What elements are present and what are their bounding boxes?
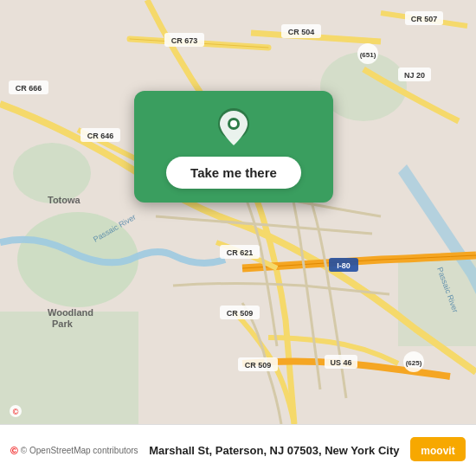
svg-text:©: ©	[13, 408, 19, 416]
bottom-bar-full: © © OpenStreetMap contributors Marshall …	[0, 424, 476, 476]
svg-text:moovit: moovit	[421, 445, 454, 457]
svg-text:US 46: US 46	[330, 358, 351, 367]
popup-card: Take me there	[134, 91, 333, 203]
svg-text:CR 666: CR 666	[16, 84, 42, 93]
take-me-there-button[interactable]: Take me there	[166, 157, 301, 189]
map-container: CR 673 CR 666 CR 504 CR 646 CR 507 NJ 20…	[0, 0, 476, 424]
svg-text:CR 509: CR 509	[245, 361, 272, 370]
moovit-logo-full: moovit	[410, 437, 466, 461]
svg-text:(651): (651)	[360, 51, 376, 59]
svg-text:Park: Park	[52, 318, 74, 329]
svg-text:CR 673: CR 673	[171, 36, 198, 45]
svg-text:CR 621: CR 621	[227, 248, 254, 257]
svg-point-41	[230, 120, 237, 127]
svg-text:(625): (625)	[406, 359, 422, 367]
svg-text:CR 509: CR 509	[227, 309, 254, 318]
moovit-brand: moovit	[410, 437, 466, 465]
address-label: Marshall St, Paterson, NJ 07503, New Yor…	[138, 444, 410, 457]
svg-text:NJ 20: NJ 20	[404, 71, 425, 80]
osm-text: © OpenStreetMap contributors	[21, 446, 138, 455]
svg-text:I-80: I-80	[337, 261, 351, 270]
svg-text:Totowa: Totowa	[48, 195, 81, 205]
svg-text:Woodland: Woodland	[48, 307, 93, 318]
location-pin-icon	[213, 106, 254, 148]
svg-text:CR 504: CR 504	[288, 28, 315, 36]
svg-text:CR 507: CR 507	[411, 15, 438, 23]
map-svg: CR 673 CR 666 CR 504 CR 646 CR 507 NJ 20…	[0, 0, 476, 424]
osm-attribution: © © OpenStreetMap contributors	[10, 445, 138, 457]
svg-text:CR 646: CR 646	[87, 132, 114, 140]
